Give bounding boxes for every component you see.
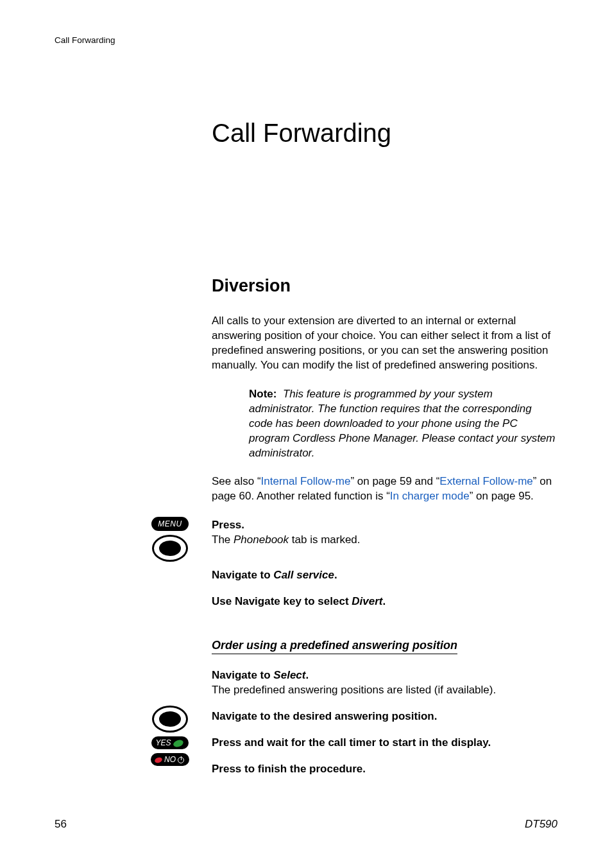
seealso-post: ” on page 95. — [470, 490, 534, 502]
nav-select-text: Navigate to Select. The predefined answe… — [212, 668, 557, 698]
nav-dv-post: . — [382, 595, 386, 607]
nav-divert-text: Use Navigate key to select Divert. — [212, 595, 557, 609]
press-rest-em: Phonebook — [234, 534, 289, 546]
navigate-key-icon — [152, 535, 188, 562]
step-press-text: Press. The Phonebook tab is marked. — [212, 518, 557, 548]
icon-column-2: YES NO — [138, 706, 202, 766]
press-wait-text: Press and wait for the call timer to sta… — [212, 736, 557, 751]
subheading-order-predefined: Order using a predefined answering posit… — [212, 639, 457, 654]
see-also-paragraph: See also “Internal Follow-me” on page 59… — [212, 474, 557, 504]
yes-key-label: YES — [155, 738, 171, 747]
note-block: Note: This feature is programmed by your… — [249, 387, 557, 461]
nav-sel-post: . — [305, 669, 309, 681]
nav-cs-em: Call service — [273, 569, 334, 581]
page: Call Forwarding Call Forwarding Diversio… — [0, 0, 612, 868]
model-label: DT590 — [525, 818, 557, 831]
press-finish-text: Press to finish the procedure. — [212, 762, 557, 777]
press-rest-pre: The — [212, 534, 234, 546]
no-key-label: NO — [164, 755, 176, 764]
nav-callservice-text: Navigate to Call service. — [212, 568, 557, 583]
step-nav-divert: Use Navigate key to select Divert. — [212, 595, 557, 609]
step-nav-select: Navigate to Select. The predefined answe… — [212, 668, 557, 698]
step-press-wait: Press and wait for the call timer to sta… — [212, 736, 557, 751]
seealso-mid1: ” on page 59 and “ — [350, 475, 439, 487]
note-body: This feature is programmed by your syste… — [249, 388, 556, 459]
page-title: Call Forwarding — [212, 119, 557, 148]
page-number: 56 — [55, 818, 67, 831]
footer: 56 DT590 — [55, 818, 557, 831]
icon-column: MENU — [138, 517, 202, 562]
link-external-follow-me[interactable]: External Follow-me — [439, 475, 533, 487]
menu-key-icon: MENU — [151, 517, 188, 531]
nav-dv-em: Divert — [352, 595, 382, 607]
nav-position-text: Navigate to the desired answering positi… — [212, 709, 557, 724]
content-area: Call Forwarding Diversion All calls to y… — [212, 119, 557, 777]
step-nav-position: YES NO Navigate to the desired answering… — [212, 709, 557, 724]
nav-sel-pre: Navigate to — [212, 669, 273, 681]
note-label: Note: — [249, 388, 276, 400]
navigate-key-icon — [152, 706, 188, 733]
yes-key-icon: YES — [151, 736, 188, 749]
link-internal-follow-me[interactable]: Internal Follow-me — [261, 475, 351, 487]
step-nav-callservice: Navigate to Call service. — [212, 568, 557, 583]
no-key-icon: NO — [151, 753, 189, 766]
link-in-charger-mode[interactable]: In charger mode — [390, 490, 470, 502]
section-heading: Diversion — [212, 276, 557, 296]
step-press: MENU Press. The Phonebook tab is marked. — [212, 518, 557, 548]
nav-cs-post: . — [334, 569, 337, 581]
intro-paragraph: All calls to your extension are diverted… — [212, 314, 557, 373]
step-press-finish: Press to finish the procedure. — [212, 762, 557, 777]
nav-cs-pre: Navigate to — [212, 569, 273, 581]
press-rest-post: tab is marked. — [289, 534, 361, 546]
nav-dv-pre: Use Navigate key to select — [212, 595, 352, 607]
nav-sel-sub: The predefined answering positions are l… — [212, 684, 496, 696]
nav-sel-em: Select — [273, 669, 305, 681]
press-label: Press. — [212, 519, 244, 531]
running-head: Call Forwarding — [55, 35, 557, 45]
seealso-pre: See also “ — [212, 475, 261, 487]
